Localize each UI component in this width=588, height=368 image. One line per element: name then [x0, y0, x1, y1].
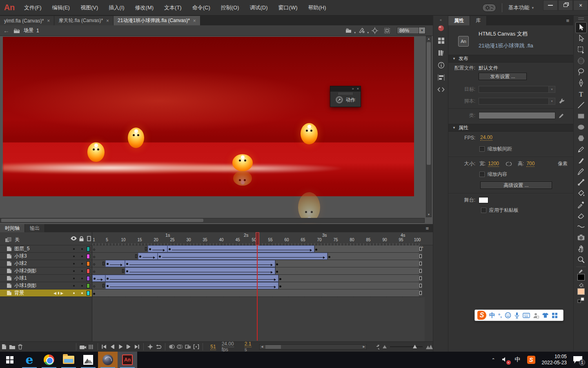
layer-visibility-dot[interactable]: [73, 285, 75, 287]
width-tool[interactable]: [575, 221, 587, 232]
static-frames[interactable]: [278, 282, 419, 289]
new-folder-button[interactable]: [8, 343, 16, 351]
menu-item-D[interactable]: 调试(D): [245, 0, 273, 15]
ime-chinese-mode[interactable]: 中: [489, 312, 495, 319]
volume-muted-icon[interactable]: ×: [502, 357, 508, 364]
close-icon[interactable]: ×: [193, 18, 196, 24]
menu-item-M[interactable]: 修改(M): [130, 0, 159, 15]
tray-expand-icon[interactable]: ⌃: [491, 357, 495, 363]
static-frames[interactable]: [275, 267, 419, 274]
close-button[interactable]: ×: [573, 0, 588, 11]
publish-section-header[interactable]: ▼发布: [448, 55, 573, 63]
tween-span[interactable]: [158, 253, 327, 260]
layer-lock-dot[interactable]: [81, 278, 83, 279]
menu-item-I[interactable]: 插入(I): [103, 0, 129, 15]
tween-span[interactable]: [92, 275, 105, 282]
code-snippets-panel-icon[interactable]: [433, 83, 449, 96]
hand-tool[interactable]: [575, 243, 587, 254]
timeline-zoom-slider[interactable]: [390, 346, 423, 347]
timeline-tab-output[interactable]: 输出: [25, 224, 45, 232]
frames-area[interactable]: ▲: [92, 245, 425, 341]
emoji-icon[interactable]: [505, 312, 511, 319]
zoom-tool[interactable]: [575, 254, 587, 265]
tween-span[interactable]: [138, 253, 158, 260]
fill-color-swatch[interactable]: [577, 288, 585, 295]
bone-tool[interactable]: [575, 177, 587, 188]
camera-tool[interactable]: [575, 232, 587, 243]
text-tool[interactable]: T: [575, 88, 587, 99]
layer-row[interactable]: 小球1倒影: [0, 282, 92, 289]
timeline-horizontal-scrollbar[interactable]: ◀▶: [259, 344, 367, 350]
tween-span[interactable]: [167, 245, 314, 252]
tab-library[interactable]: 库: [470, 16, 487, 25]
layer-name[interactable]: 小球3: [14, 253, 27, 260]
menu-item-W[interactable]: 窗口(W): [273, 0, 303, 15]
back-arrow-icon[interactable]: ←: [3, 27, 9, 34]
notification-center-icon[interactable]: 1: [573, 356, 582, 364]
subselection-tool[interactable]: [575, 33, 587, 44]
canvas-pasteboard[interactable]: » × 动作 ▲ ▼: [0, 36, 433, 224]
layer-visibility-dot[interactable]: [73, 278, 75, 279]
polygon-tool[interactable]: [575, 132, 587, 144]
pen-tool[interactable]: [575, 77, 587, 88]
layer-row[interactable]: 图层_5: [0, 245, 92, 253]
close-icon[interactable]: ×: [106, 18, 109, 24]
taskbar-edge[interactable]: e: [20, 352, 39, 368]
panel-menu-icon[interactable]: [578, 18, 584, 20]
mic-icon[interactable]: [514, 312, 520, 319]
skin-shirt-icon[interactable]: [542, 312, 549, 318]
menu-item-E[interactable]: 编辑(E): [47, 0, 75, 15]
free-transform-tool[interactable]: [575, 44, 587, 55]
outline-mode-icon[interactable]: [87, 236, 91, 242]
ime-mode-indicator[interactable]: 中: [515, 356, 521, 364]
timeline-tab-timeline[interactable]: 时间轴: [0, 224, 25, 232]
center-stage-button[interactable]: [372, 27, 378, 34]
layer-outline-color[interactable]: [87, 269, 90, 274]
layer-name[interactable]: 小球1: [14, 275, 27, 282]
layer-outline-color[interactable]: [87, 291, 90, 296]
sogou-tray-icon[interactable]: S: [527, 356, 535, 364]
paint-brush-tool[interactable]: [575, 166, 587, 177]
layer-lock-dot[interactable]: [81, 270, 83, 272]
close-icon[interactable]: ×: [357, 87, 359, 91]
lock-icon[interactable]: [79, 236, 84, 243]
step-back-button[interactable]: [108, 343, 116, 351]
bouncing-ball-normal[interactable]: [128, 128, 144, 148]
layer-lock-dot[interactable]: [81, 292, 83, 294]
lasso-tool[interactable]: [575, 66, 587, 77]
canvas-horizontal-scrollbar[interactable]: [0, 218, 425, 223]
system-clock[interactable]: 10:05 2022-05-23: [542, 354, 567, 366]
bouncing-ball-reflection[interactable]: [233, 171, 252, 186]
scene-label[interactable]: 场景: [24, 27, 33, 34]
bouncing-ball-normal[interactable]: [232, 154, 253, 171]
scroll-thumb[interactable]: [1, 219, 203, 222]
bouncing-ball-normal[interactable]: [87, 142, 105, 162]
bouncing-ball-normal[interactable]: [301, 123, 318, 144]
layer-name[interactable]: 小球2倒影: [14, 267, 37, 274]
layer-outline-color[interactable]: [87, 283, 90, 288]
layer-row[interactable]: 小球2倒影: [0, 267, 92, 275]
layer-row[interactable]: 小球3: [0, 253, 92, 260]
eraser-tool[interactable]: [575, 210, 587, 221]
eye-icon[interactable]: [70, 236, 77, 242]
layer-lock-dot[interactable]: [81, 285, 83, 287]
keyboard-icon[interactable]: [523, 313, 530, 318]
tween-span[interactable]: [105, 275, 278, 282]
pencil-tool[interactable]: [575, 144, 587, 155]
broken-link-icon[interactable]: [506, 161, 512, 167]
sogou-logo[interactable]: S: [477, 311, 486, 320]
playhead[interactable]: [256, 232, 259, 245]
menu-item-T[interactable]: 文本(T): [159, 0, 187, 15]
static-frames[interactable]: [92, 289, 419, 296]
tween-span[interactable]: [125, 260, 275, 267]
frame-rate-value[interactable]: 24.00 fps: [222, 341, 239, 352]
layer-visibility-dot[interactable]: [73, 270, 75, 272]
layer-visibility-dot[interactable]: [73, 292, 75, 294]
menu-item-F[interactable]: 文件(F): [19, 0, 47, 15]
fps-value[interactable]: 24.00: [480, 135, 492, 141]
expand-panels-icon[interactable]: «: [433, 16, 448, 22]
layer-outline-color[interactable]: [87, 247, 90, 251]
stroke-color-swatch[interactable]: [577, 274, 585, 280]
edit-multiple-frames-button[interactable]: [184, 343, 192, 351]
tab-properties[interactable]: 属性: [448, 16, 470, 25]
